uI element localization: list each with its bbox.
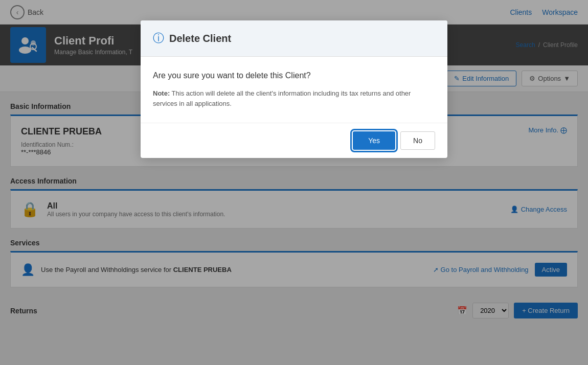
modal-question: Are you sure you want to delete this Cli… — [153, 71, 435, 80]
modal-footer: Yes No — [141, 123, 447, 158]
modal-overlay: ⓘ Delete Client Are you sure you want to… — [0, 0, 588, 334]
modal-note: Note: This action will delete all the cl… — [153, 88, 435, 108]
modal-note-text: This action will delete all the client's… — [153, 89, 411, 107]
confirm-yes-button[interactable]: Yes — [353, 131, 395, 150]
modal-header: ⓘ Delete Client — [141, 20, 447, 57]
confirm-no-button[interactable]: No — [400, 131, 435, 150]
no-label: No — [413, 136, 422, 145]
modal-title: Delete Client — [169, 33, 231, 44]
yes-label: Yes — [368, 136, 380, 145]
modal-note-prefix: Note: — [153, 89, 170, 97]
delete-client-modal: ⓘ Delete Client Are you sure you want to… — [141, 20, 447, 158]
info-icon: ⓘ — [153, 31, 164, 46]
modal-body: Are you sure you want to delete this Cli… — [141, 57, 447, 123]
